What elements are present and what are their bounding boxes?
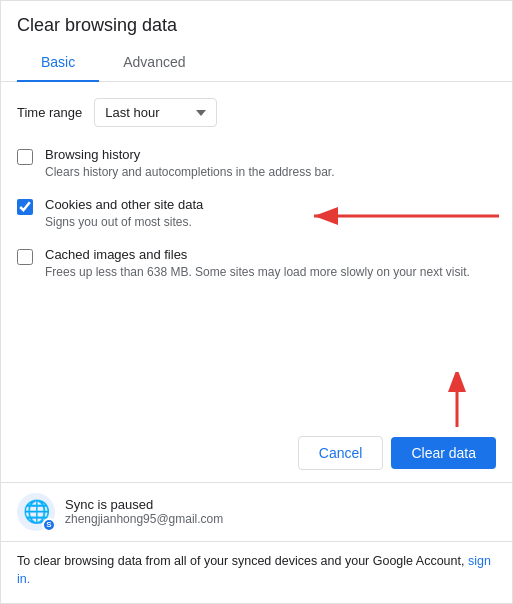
tab-basic[interactable]: Basic — [17, 44, 99, 82]
browsing-history-title: Browsing history — [45, 147, 496, 162]
browsing-history-text: Browsing history Clears history and auto… — [45, 147, 496, 181]
tab-bar: Basic Advanced — [1, 44, 512, 82]
cached-title: Cached images and files — [45, 247, 496, 262]
browsing-history-checkbox[interactable] — [17, 149, 33, 165]
sync-avatar: 🌐 S — [17, 493, 55, 531]
sync-status-text: Sync is paused — [65, 497, 496, 512]
cached-checkbox[interactable] — [17, 249, 33, 265]
sync-badge: S — [42, 518, 56, 532]
footer-bar: To clear browsing data from all of your … — [1, 541, 512, 604]
cached-desc: Frees up less than 638 MB. Some sites ma… — [45, 264, 496, 281]
cookies-title: Cookies and other site data — [45, 197, 496, 212]
dialog-title: Clear browsing data — [17, 15, 177, 35]
footer-text: To clear browsing data from all of your … — [17, 554, 464, 568]
sync-bar: 🌐 S Sync is paused zhengjianhong95@gmail… — [1, 482, 512, 541]
cached-item: Cached images and files Frees up less th… — [17, 247, 496, 281]
cookies-checkbox-wrapper[interactable] — [17, 199, 33, 218]
cookies-desc: Signs you out of most sites. — [45, 214, 496, 231]
cached-checkbox-wrapper[interactable] — [17, 249, 33, 268]
time-range-label: Time range — [17, 105, 82, 120]
browsing-history-checkbox-wrapper[interactable] — [17, 149, 33, 168]
tab-advanced[interactable]: Advanced — [99, 44, 209, 82]
sync-text: Sync is paused zhengjianhong95@gmail.com — [65, 497, 496, 526]
cookies-item: Cookies and other site data Signs you ou… — [17, 197, 496, 231]
time-range-row: Time range Last hour Last 24 hours Last … — [17, 98, 496, 127]
cookies-checkbox[interactable] — [17, 199, 33, 215]
cached-text: Cached images and files Frees up less th… — [45, 247, 496, 281]
clear-data-button[interactable]: Clear data — [391, 437, 496, 469]
browsing-history-item: Browsing history Clears history and auto… — [17, 147, 496, 181]
cancel-button[interactable]: Cancel — [298, 436, 384, 470]
browsing-history-desc: Clears history and autocompletions in th… — [45, 164, 496, 181]
main-content: Time range Last hour Last 24 hours Last … — [1, 82, 512, 312]
sync-email-text: zhengjianhong95@gmail.com — [65, 512, 496, 526]
buttons-row: Cancel Clear data — [1, 428, 512, 482]
time-range-select[interactable]: Last hour Last 24 hours Last 7 days Last… — [94, 98, 217, 127]
cookies-text: Cookies and other site data Signs you ou… — [45, 197, 496, 231]
